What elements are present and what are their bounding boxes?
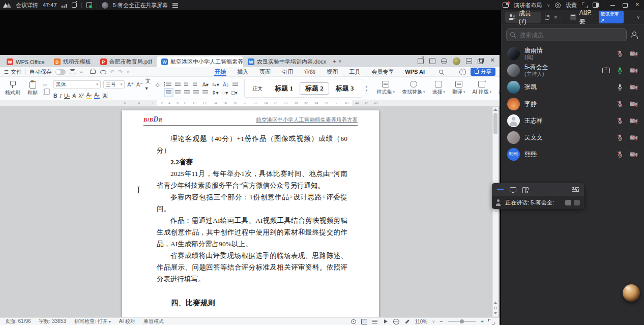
read-mode-icon[interactable] — [383, 319, 389, 324]
bold-button[interactable]: B — [53, 93, 57, 99]
member-camera-icon[interactable] — [630, 134, 638, 141]
assistant-floating-ball[interactable] — [623, 284, 640, 302]
member-camera-icon[interactable] — [630, 84, 638, 91]
settings-button[interactable]: 设置 — [566, 2, 577, 9]
outline-view-icon[interactable] — [372, 319, 378, 324]
ribbon-group-button[interactable]: 查找替换▾ — [399, 78, 428, 98]
layout-grid-icon[interactable] — [522, 187, 529, 192]
wps-minimize-button[interactable] — [466, 58, 472, 64]
meeting-details-button[interactable]: 会议详情 — [16, 2, 38, 9]
layout-caret-icon[interactable]: ∨ — [547, 3, 550, 8]
numbered-list-icon[interactable] — [175, 82, 181, 86]
ribbon-tab[interactable]: 开始 — [209, 67, 231, 76]
cloud-sync-icon[interactable] — [100, 69, 106, 75]
decrease-indent-icon[interactable] — [184, 82, 190, 86]
zoom-caret-icon[interactable]: ∨ — [432, 319, 435, 324]
screen-share-icon[interactable] — [510, 187, 516, 192]
statusbar-item[interactable]: 页面: 61/96 — [5, 318, 31, 325]
statusbar-item[interactable]: 拼写检查: 打开 — [74, 318, 111, 325]
window-maximize-button[interactable] — [622, 2, 629, 8]
ribbon-tab[interactable]: WPS AI — [399, 67, 430, 76]
statusbar-item[interactable]: 兼容模式 — [143, 318, 164, 325]
cut-icon[interactable] — [43, 82, 47, 88]
document-tab[interactable]: W 航空港区中小学人工智能素养 × — [157, 56, 243, 67]
member-mic-icon[interactable] — [617, 67, 623, 74]
member-camera-icon[interactable] — [630, 50, 638, 57]
member-row[interactable]: 熙熙 熙熙 — [501, 146, 644, 163]
close-panel-icon[interactable]: × — [553, 13, 558, 21]
reaction-icon[interactable] — [565, 200, 571, 205]
member-camera-icon[interactable] — [630, 101, 638, 107]
zoom-in-button[interactable]: + — [481, 318, 484, 324]
member-mic-icon[interactable] — [617, 117, 623, 125]
select-mode-icon[interactable] — [350, 319, 357, 324]
member-camera-icon[interactable] — [630, 67, 638, 74]
ribbon-tab[interactable]: 视图 — [321, 67, 343, 76]
member-camera-icon[interactable] — [630, 117, 638, 124]
next-page-button[interactable] — [493, 312, 497, 314]
speaker-layout-button[interactable]: 演讲者布局 — [514, 2, 542, 9]
window-close-button[interactable] — [634, 2, 641, 8]
ribbon-tab[interactable]: 页面 — [254, 67, 276, 76]
panel-toggle-icon[interactable] — [593, 3, 599, 8]
scrollbar-thumb[interactable] — [493, 113, 497, 134]
style-gallery-item[interactable]: 正文 — [247, 83, 268, 94]
font-size-select[interactable]: 三号▾ — [103, 80, 125, 88]
ribbon-tab[interactable]: 工具 — [343, 67, 366, 76]
shading-icon[interactable]: ◌▾ — [222, 90, 228, 96]
document-tab[interactable]: W WPS Office × — [2, 56, 49, 67]
underline-button[interactable]: U▾ — [64, 93, 70, 99]
increase-indent-icon[interactable] — [193, 82, 199, 86]
web-view-icon[interactable] — [393, 319, 399, 324]
ribbon-group-button[interactable]: AI 排版▾ — [470, 78, 494, 98]
statusbar-item[interactable]: 字数: 33653 — [39, 318, 66, 325]
member-mic-icon[interactable] — [617, 134, 623, 141]
quickbar-caret-icon[interactable]: ∨ — [126, 70, 129, 74]
ribbon-tab[interactable]: 审阅 — [299, 67, 321, 76]
member-camera-icon[interactable] — [630, 151, 638, 158]
recording-icon[interactable] — [86, 2, 92, 8]
tab-ai-notes[interactable]: AI纪要 腾讯元宝 ↗ — [566, 12, 628, 23]
member-row[interactable]: 5-蒋会全 (主持人) — [501, 62, 644, 79]
member-row[interactable]: 吴文文 — [501, 129, 644, 146]
collapse-dash-icon[interactable] — [497, 189, 504, 190]
zoom-slider[interactable] — [448, 321, 476, 322]
open-external-icon[interactable] — [72, 3, 77, 8]
ribbon-tab[interactable]: 会员专享 — [366, 67, 399, 76]
member-row[interactable]: 唐雨情 (我) — [501, 45, 644, 62]
redo-icon[interactable]: ↷ — [118, 69, 123, 75]
zoom-out-button[interactable]: − — [440, 318, 443, 324]
yuanbao-badge[interactable]: 腾讯元宝 ↗ — [599, 11, 624, 23]
justify-icon[interactable] — [193, 90, 199, 95]
wps-share-button[interactable]: 分享 — [471, 68, 495, 76]
file-menu-button[interactable]: ☰ 文件 — [4, 68, 22, 76]
wps-restore-button[interactable] — [478, 58, 484, 64]
document-tab[interactable]: D 找稻壳模板 × — [49, 56, 96, 67]
zoom-value[interactable]: 110% — [415, 319, 427, 324]
line-spacing-icon[interactable]: ⇕▾ — [212, 90, 219, 96]
italic-button[interactable]: I — [60, 93, 62, 99]
clear-format-button[interactable]: ◇ — [156, 81, 160, 87]
format-painter-button[interactable]: 格式刷 — [3, 78, 22, 98]
char-shading-button[interactable]: A — [102, 93, 108, 99]
paste-button[interactable]: 粘贴 — [25, 78, 40, 98]
grow-font-button[interactable]: A⁺ — [127, 81, 134, 87]
settings-gear-icon[interactable] — [555, 3, 561, 8]
member-search-input[interactable] — [506, 28, 627, 41]
align-right-icon[interactable] — [184, 90, 190, 95]
new-tab-button[interactable]: + — [333, 57, 337, 65]
toolbar-settings-icon[interactable] — [572, 187, 579, 192]
borders-icon[interactable]: □▾ — [231, 90, 238, 96]
member-mic-icon[interactable] — [617, 100, 623, 108]
layout-icon[interactable] — [503, 3, 509, 8]
superscript-button[interactable]: X² — [78, 93, 84, 99]
statusbar-item[interactable]: AI 校对 — [119, 318, 135, 325]
wps-browser-icon[interactable] — [441, 58, 447, 64]
wps-close-button[interactable] — [489, 58, 495, 64]
window-minimize-button[interactable] — [609, 2, 617, 8]
member-mic-icon[interactable] — [617, 83, 623, 91]
share-list-icon[interactable] — [172, 3, 178, 8]
document-tab[interactable]: W 农垦实验中学培训内容.docx × — [243, 56, 330, 67]
align-center-icon[interactable] — [175, 90, 181, 95]
tab-members[interactable]: 成员(7) — [505, 12, 541, 23]
